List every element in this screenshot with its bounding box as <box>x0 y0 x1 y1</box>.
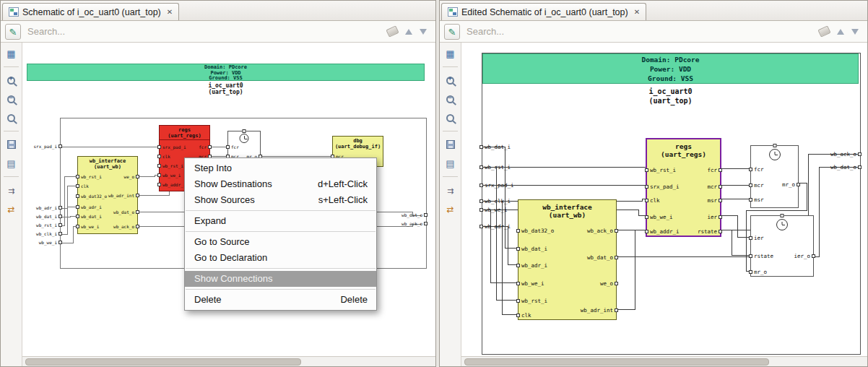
port[interactable]: rstate <box>749 253 773 259</box>
clear-eraser-icon[interactable] <box>817 25 830 37</box>
edit-mode-button[interactable] <box>444 24 460 40</box>
port[interactable]: wb_we_i <box>76 224 99 229</box>
port[interactable]: wb_rst_i <box>516 298 547 304</box>
schematic-canvas[interactable]: Domain: PDcore Power: VDD Ground: VSS i_… <box>461 43 867 356</box>
top-port[interactable]: wb_adr_i <box>25 205 62 210</box>
port[interactable]: wb_dat32_o <box>76 194 107 199</box>
top-port[interactable]: srx_pad_i <box>479 182 514 189</box>
top-port[interactable]: wb_clk_i <box>25 231 62 236</box>
prev-match-icon[interactable] <box>837 29 844 35</box>
overview-grid-icon[interactable] <box>6 48 17 59</box>
horizontal-scrollbar[interactable] <box>22 356 435 366</box>
next-match-icon[interactable] <box>420 29 427 35</box>
sync-arrows-icon[interactable] <box>6 203 17 215</box>
save-icon[interactable] <box>445 139 456 150</box>
port[interactable]: wb_ack_o <box>113 224 139 229</box>
menu-item-go-to-declaration[interactable]: Go to Declaration <box>185 250 376 266</box>
port[interactable]: rstate <box>698 228 722 235</box>
zoom-in-icon[interactable] <box>6 74 17 86</box>
scrollbar-thumb[interactable] <box>464 358 769 366</box>
port[interactable]: fcr <box>707 167 722 173</box>
close-icon[interactable] <box>167 8 173 16</box>
scrollbar-thumb[interactable] <box>25 358 301 366</box>
port[interactable]: wb_we_i <box>157 173 181 178</box>
port[interactable]: wb_ack_o <box>587 228 618 234</box>
port[interactable]: wb_rst_i <box>157 163 183 168</box>
top-port[interactable]: wb_ack_o <box>808 151 862 157</box>
port[interactable]: wb_dat32_o <box>516 228 554 234</box>
top-port[interactable]: wb_dat_o <box>808 164 862 170</box>
block-regs-selected[interactable]: regs (uart_regs) wb_rst_i srx_pad_i clk … <box>646 138 721 237</box>
port[interactable]: wb_adr_i <box>516 262 547 269</box>
port[interactable]: mcr <box>707 184 722 190</box>
port[interactable]: wb_rst_i <box>645 167 676 173</box>
top-port[interactable]: srx_pad_i <box>25 144 62 149</box>
port[interactable]: srx_pad_i <box>157 144 186 150</box>
port-arrows-icon[interactable] <box>445 184 456 196</box>
top-port[interactable]: wb_rst_i <box>479 164 511 170</box>
port[interactable]: fcr <box>226 144 239 150</box>
search-input[interactable] <box>465 25 814 38</box>
port-arrows-icon[interactable] <box>6 184 17 196</box>
port[interactable]: clk <box>645 197 660 204</box>
zoom-out-icon[interactable] <box>6 93 17 105</box>
top-port[interactable]: wb_dat_o <box>387 212 428 217</box>
top-port[interactable]: wb_clk_i <box>479 198 511 204</box>
port[interactable]: mr_o <box>782 181 800 188</box>
port[interactable]: clk <box>157 154 170 159</box>
port[interactable]: mcr <box>749 182 764 189</box>
port[interactable]: wb_adr_i <box>76 204 102 210</box>
prev-match-icon[interactable] <box>405 29 412 35</box>
top-port[interactable]: wb_adr_i <box>479 223 511 230</box>
port[interactable]: we_o <box>600 280 618 287</box>
port[interactable]: wb_addr_i <box>645 228 680 235</box>
menu-item-step-into[interactable]: Step Into <box>185 160 376 176</box>
block-sync-1[interactable]: fcr mcr msr mr_o <box>750 145 799 208</box>
zoom-reset-icon[interactable] <box>6 112 17 124</box>
port[interactable]: wb_adr_int <box>108 193 139 198</box>
port[interactable]: msr <box>707 197 722 204</box>
tab-schematic[interactable]: Schematic of i_oc_uart0 (uart_top) <box>2 3 179 20</box>
port[interactable]: srx_pad_i <box>645 184 680 190</box>
next-match-icon[interactable] <box>851 29 859 35</box>
port[interactable]: wb_dat_i <box>76 214 102 219</box>
block-sync-2[interactable]: ier rstate mr_o ier_o <box>750 215 814 277</box>
top-port[interactable]: wb_ack_o <box>387 221 428 226</box>
menu-item-delete[interactable]: DeleteDelete <box>185 292 376 308</box>
edit-mode-button[interactable] <box>5 24 21 40</box>
search-input[interactable] <box>26 25 382 38</box>
port[interactable]: wb_we_i <box>645 214 673 220</box>
port[interactable]: clk <box>516 312 531 319</box>
port[interactable]: ier_o <box>794 253 815 259</box>
menu-item-go-to-source[interactable]: Go to Source <box>185 234 376 250</box>
top-port[interactable]: wb_dat_i <box>479 144 511 150</box>
sync-arrows-icon[interactable] <box>445 203 456 215</box>
properties-icon[interactable] <box>445 157 456 169</box>
port[interactable]: wb_dat_o <box>113 210 139 215</box>
menu-item-show-connections[interactable]: Show Connections <box>185 271 376 287</box>
menu-item-show-destinations[interactable]: Show Destinationsd+Left-Click <box>185 176 376 192</box>
port[interactable]: wb_we_i <box>516 280 544 287</box>
block-wb-interface[interactable]: wb_interface (uart_wb) wb_dat32_o wb_dat… <box>518 199 617 320</box>
zoom-in-icon[interactable] <box>445 74 456 86</box>
top-port[interactable]: wb_we_i <box>479 207 508 213</box>
port[interactable]: clk <box>76 184 89 189</box>
top-port[interactable]: wb_rst_i <box>25 223 62 228</box>
port[interactable]: ier <box>749 235 764 241</box>
clear-eraser-icon[interactable] <box>386 25 399 37</box>
block-wb-interface[interactable]: wb_interface (uart_wb) wb_rst_i clk wb_d… <box>77 156 138 234</box>
close-icon[interactable] <box>634 8 640 16</box>
port[interactable]: wb_dat_o <box>587 254 618 261</box>
schematic-canvas[interactable]: Domain: PDcore Power: VDD Ground: VSS i_… <box>22 43 435 356</box>
menu-item-expand[interactable]: Expand <box>185 213 376 229</box>
zoom-reset-icon[interactable] <box>445 112 456 124</box>
port[interactable]: msr <box>749 197 764 203</box>
horizontal-scrollbar[interactable] <box>461 356 867 366</box>
properties-icon[interactable] <box>6 157 17 169</box>
overview-grid-icon[interactable] <box>445 48 456 59</box>
top-port[interactable]: wb_dat_i <box>25 214 62 219</box>
port[interactable]: we_o <box>124 174 139 179</box>
port[interactable]: wb_addr_i <box>157 182 186 187</box>
port[interactable]: wb_adr_int <box>581 307 618 314</box>
port[interactable]: ier <box>707 214 722 220</box>
